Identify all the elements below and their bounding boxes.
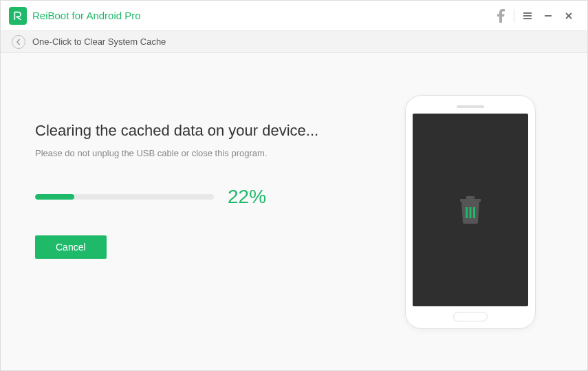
page-title: Clearing the cached data on your device.… xyxy=(35,122,388,140)
minimize-button[interactable] xyxy=(538,6,558,26)
app-logo xyxy=(9,7,27,25)
app-title: ReiBoot for Android Pro xyxy=(32,10,141,21)
phone-speaker xyxy=(457,105,484,108)
phone-illustration xyxy=(405,95,536,329)
svg-rect-8 xyxy=(473,207,475,218)
divider xyxy=(514,9,514,23)
subheader: One-Click to Clear System Cache xyxy=(1,31,587,53)
right-panel xyxy=(388,81,553,343)
progress-row: 22% xyxy=(35,186,388,208)
facebook-icon[interactable] xyxy=(490,6,511,26)
svg-rect-7 xyxy=(470,207,472,218)
progress-bar xyxy=(35,194,214,200)
progress-fill xyxy=(35,194,74,200)
menu-icon[interactable] xyxy=(517,6,538,26)
back-button[interactable] xyxy=(12,35,25,49)
titlebar: ReiBoot for Android Pro xyxy=(1,1,587,31)
main-content: Clearing the cached data on your device.… xyxy=(1,53,587,370)
progress-percent: 22% xyxy=(228,186,266,208)
breadcrumb: One-Click to Clear System Cache xyxy=(32,36,166,47)
close-button[interactable] xyxy=(558,6,579,26)
cancel-button[interactable]: Cancel xyxy=(35,235,107,259)
phone-home-button xyxy=(453,312,488,321)
trash-icon xyxy=(456,192,485,228)
instruction-text: Please do not unplug the USB cable or cl… xyxy=(35,148,388,158)
svg-rect-6 xyxy=(466,207,468,218)
left-panel: Clearing the cached data on your device.… xyxy=(35,81,388,343)
phone-screen xyxy=(413,114,528,306)
